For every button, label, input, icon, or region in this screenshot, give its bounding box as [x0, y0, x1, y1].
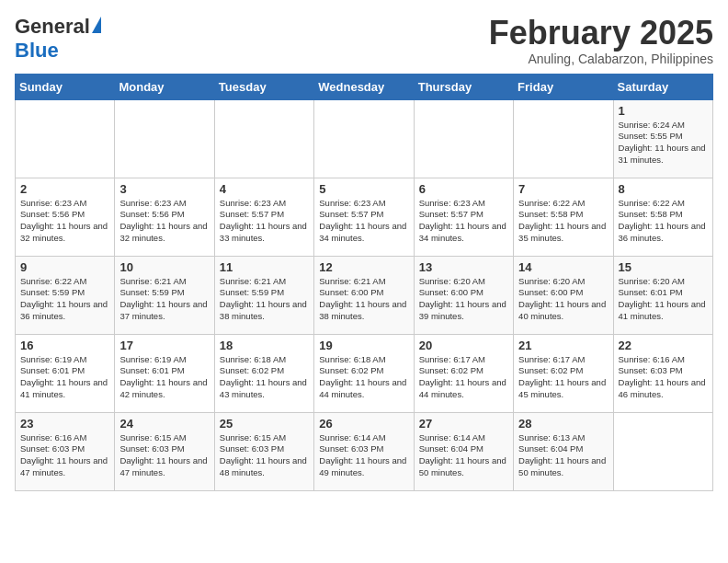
weekday-header: Saturday — [613, 74, 712, 99]
day-info: Sunrise: 6:20 AM Sunset: 6:01 PM Dayligh… — [619, 276, 708, 323]
day-number: 6 — [419, 182, 508, 196]
calendar-cell: 10Sunrise: 6:21 AM Sunset: 5:59 PM Dayli… — [115, 256, 214, 334]
calendar-cell: 18Sunrise: 6:18 AM Sunset: 6:02 PM Dayli… — [214, 334, 313, 412]
day-info: Sunrise: 6:23 AM Sunset: 5:57 PM Dayligh… — [220, 198, 309, 245]
day-number: 13 — [419, 260, 508, 274]
day-number: 8 — [619, 182, 708, 196]
day-info: Sunrise: 6:19 AM Sunset: 6:01 PM Dayligh… — [20, 354, 109, 401]
weekday-header: Monday — [115, 74, 214, 99]
day-number: 21 — [518, 339, 608, 352]
calendar-cell — [214, 99, 313, 178]
day-info: Sunrise: 6:17 AM Sunset: 6:02 PM Dayligh… — [518, 354, 608, 401]
calendar-cell — [613, 412, 712, 490]
day-info: Sunrise: 6:20 AM Sunset: 6:00 PM Dayligh… — [419, 276, 508, 323]
day-number: 26 — [319, 417, 408, 431]
calendar-cell: 11Sunrise: 6:21 AM Sunset: 5:59 PM Dayli… — [214, 256, 313, 334]
day-info: Sunrise: 6:14 AM Sunset: 6:03 PM Dayligh… — [319, 432, 408, 479]
calendar-cell: 23Sunrise: 6:16 AM Sunset: 6:03 PM Dayli… — [16, 412, 115, 490]
day-number: 28 — [518, 417, 608, 431]
weekday-header: Thursday — [414, 74, 513, 99]
calendar-cell: 4Sunrise: 6:23 AM Sunset: 5:57 PM Daylig… — [214, 178, 313, 256]
day-number: 23 — [20, 417, 109, 431]
day-number: 1 — [619, 104, 708, 118]
day-number: 22 — [619, 339, 708, 352]
day-number: 5 — [319, 182, 408, 196]
day-info: Sunrise: 6:14 AM Sunset: 6:04 PM Dayligh… — [419, 432, 508, 479]
day-number: 4 — [220, 182, 309, 196]
day-info: Sunrise: 6:18 AM Sunset: 6:02 PM Dayligh… — [220, 354, 309, 401]
day-number: 19 — [319, 339, 408, 352]
calendar-cell: 1Sunrise: 6:24 AM Sunset: 5:55 PM Daylig… — [613, 99, 712, 178]
calendar-cell: 21Sunrise: 6:17 AM Sunset: 6:02 PM Dayli… — [514, 334, 613, 412]
day-info: Sunrise: 6:17 AM Sunset: 6:02 PM Dayligh… — [419, 354, 508, 401]
calendar-week-row: 16Sunrise: 6:19 AM Sunset: 6:01 PM Dayli… — [16, 334, 713, 412]
day-info: Sunrise: 6:21 AM Sunset: 5:59 PM Dayligh… — [220, 276, 309, 323]
day-number: 7 — [518, 182, 608, 196]
weekday-header-row: SundayMondayTuesdayWednesdayThursdayFrid… — [16, 74, 713, 99]
calendar-week-row: 23Sunrise: 6:16 AM Sunset: 6:03 PM Dayli… — [16, 412, 713, 490]
calendar-week-row: 1Sunrise: 6:24 AM Sunset: 5:55 PM Daylig… — [16, 99, 713, 178]
calendar-cell: 14Sunrise: 6:20 AM Sunset: 6:00 PM Dayli… — [514, 256, 613, 334]
month-title: February 2025 — [489, 15, 713, 52]
day-info: Sunrise: 6:18 AM Sunset: 6:02 PM Dayligh… — [319, 354, 408, 401]
title-section: February 2025 Anuling, Calabarzon, Phili… — [489, 15, 713, 66]
calendar-cell: 12Sunrise: 6:21 AM Sunset: 6:00 PM Dayli… — [314, 256, 414, 334]
calendar-table: SundayMondayTuesdayWednesdayThursdayFrid… — [15, 74, 713, 491]
calendar-cell: 7Sunrise: 6:22 AM Sunset: 5:58 PM Daylig… — [514, 178, 613, 256]
day-number: 16 — [20, 339, 109, 352]
logo-blue-text: Blue — [15, 39, 59, 63]
weekday-header: Friday — [514, 74, 613, 99]
calendar-cell: 22Sunrise: 6:16 AM Sunset: 6:03 PM Dayli… — [613, 334, 712, 412]
weekday-header: Tuesday — [214, 74, 313, 99]
day-info: Sunrise: 6:23 AM Sunset: 5:57 PM Dayligh… — [419, 198, 508, 245]
day-info: Sunrise: 6:22 AM Sunset: 5:58 PM Dayligh… — [619, 198, 708, 245]
logo-triangle-icon — [92, 17, 101, 33]
day-info: Sunrise: 6:15 AM Sunset: 6:03 PM Dayligh… — [220, 432, 309, 479]
day-info: Sunrise: 6:22 AM Sunset: 5:59 PM Dayligh… — [20, 276, 109, 323]
location-text: Anuling, Calabarzon, Philippines — [489, 52, 713, 66]
day-number: 20 — [419, 339, 508, 352]
day-info: Sunrise: 6:16 AM Sunset: 6:03 PM Dayligh… — [20, 432, 109, 479]
day-number: 17 — [119, 339, 209, 352]
calendar-cell: 25Sunrise: 6:15 AM Sunset: 6:03 PM Dayli… — [214, 412, 313, 490]
calendar-cell: 28Sunrise: 6:13 AM Sunset: 6:04 PM Dayli… — [514, 412, 613, 490]
day-info: Sunrise: 6:16 AM Sunset: 6:03 PM Dayligh… — [619, 354, 708, 401]
calendar-cell: 15Sunrise: 6:20 AM Sunset: 6:01 PM Dayli… — [613, 256, 712, 334]
calendar-cell — [16, 99, 115, 178]
day-number: 3 — [119, 182, 209, 196]
day-info: Sunrise: 6:15 AM Sunset: 6:03 PM Dayligh… — [119, 432, 209, 479]
calendar-cell: 8Sunrise: 6:22 AM Sunset: 5:58 PM Daylig… — [613, 178, 712, 256]
calendar-cell: 19Sunrise: 6:18 AM Sunset: 6:02 PM Dayli… — [314, 334, 414, 412]
day-info: Sunrise: 6:21 AM Sunset: 5:59 PM Dayligh… — [119, 276, 209, 323]
calendar-cell: 26Sunrise: 6:14 AM Sunset: 6:03 PM Dayli… — [314, 412, 414, 490]
day-number: 27 — [419, 417, 508, 431]
calendar-cell — [314, 99, 414, 178]
calendar-cell: 13Sunrise: 6:20 AM Sunset: 6:00 PM Dayli… — [414, 256, 513, 334]
day-number: 25 — [220, 417, 309, 431]
logo-general-text: General — [15, 15, 90, 39]
day-number: 10 — [119, 260, 209, 274]
calendar-week-row: 9Sunrise: 6:22 AM Sunset: 5:59 PM Daylig… — [16, 256, 713, 334]
day-number: 18 — [220, 339, 309, 352]
calendar-cell — [414, 99, 513, 178]
day-info: Sunrise: 6:21 AM Sunset: 6:00 PM Dayligh… — [319, 276, 408, 323]
day-info: Sunrise: 6:23 AM Sunset: 5:56 PM Dayligh… — [119, 198, 209, 245]
day-number: 14 — [518, 260, 608, 274]
logo: General Blue — [15, 15, 101, 63]
day-number: 9 — [20, 260, 109, 274]
day-info: Sunrise: 6:20 AM Sunset: 6:00 PM Dayligh… — [518, 276, 608, 323]
calendar-cell: 2Sunrise: 6:23 AM Sunset: 5:56 PM Daylig… — [16, 178, 115, 256]
calendar-cell — [514, 99, 613, 178]
day-number: 12 — [319, 260, 408, 274]
calendar-cell: 17Sunrise: 6:19 AM Sunset: 6:01 PM Dayli… — [115, 334, 214, 412]
calendar-cell: 6Sunrise: 6:23 AM Sunset: 5:57 PM Daylig… — [414, 178, 513, 256]
calendar-cell: 24Sunrise: 6:15 AM Sunset: 6:03 PM Dayli… — [115, 412, 214, 490]
calendar-cell: 3Sunrise: 6:23 AM Sunset: 5:56 PM Daylig… — [115, 178, 214, 256]
day-info: Sunrise: 6:23 AM Sunset: 5:57 PM Dayligh… — [319, 198, 408, 245]
weekday-header: Sunday — [16, 74, 115, 99]
day-info: Sunrise: 6:24 AM Sunset: 5:55 PM Dayligh… — [619, 120, 708, 167]
weekday-header: Wednesday — [314, 74, 414, 99]
day-info: Sunrise: 6:22 AM Sunset: 5:58 PM Dayligh… — [518, 198, 608, 245]
calendar-cell: 5Sunrise: 6:23 AM Sunset: 5:57 PM Daylig… — [314, 178, 414, 256]
calendar-cell: 27Sunrise: 6:14 AM Sunset: 6:04 PM Dayli… — [414, 412, 513, 490]
